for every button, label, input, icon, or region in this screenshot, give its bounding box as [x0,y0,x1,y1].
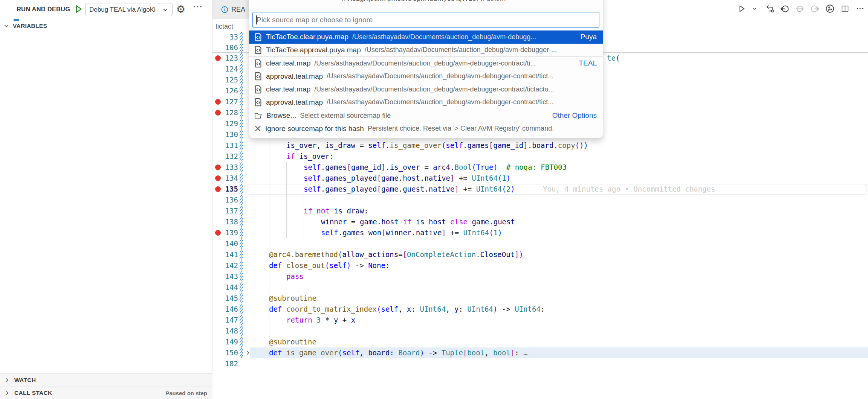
modified-line-gutter-stripe [240,162,243,173]
rerun-icon[interactable] [765,4,775,14]
line-number: 146 [216,304,238,315]
indent-guide [286,216,287,227]
code-line[interactable]: 142def close_out(self) -> None: [212,260,868,271]
quickpick-item[interactable]: approval.teal.map/Users/asthayadav/Docum… [249,96,603,109]
quickpick-item-badge: Puya [581,33,597,41]
file-code-icon [254,46,262,54]
quickpick-item-description: Select external sourcemap file [300,112,391,120]
quickpick-list: TicTacToe.clear.puya.map/Users/asthayada… [249,30,603,135]
code-line[interactable]: 139self.games_won[winner.native] += UInt… [212,227,868,238]
code-line[interactable]: 148 [212,326,868,337]
quickpick-item-label: Browse... [266,111,296,120]
quickpick-item[interactable]: TicTacToe.approval.puya.map/Users/asthay… [249,44,603,57]
call-stack-section-header[interactable]: CALL STACK Paused on step [0,387,212,399]
code-line[interactable]: 134self.games_played[game.host.native] +… [212,173,868,184]
code-text: def coord_to_matrix_index(self, x: UInt6… [269,304,545,315]
code-line[interactable]: 131is_over, is_draw = self.is_game_over(… [212,140,868,151]
quickpick-item[interactable]: clear.teal.map/Users/asthayadav/Document… [249,83,603,96]
modified-line-gutter-stripe [240,64,243,75]
code-line[interactable]: 138winner = game.host if is_host else ga… [212,216,868,227]
code-text: winner = game.host if is_host else game.… [321,216,515,227]
modified-line-gutter-stripe [240,347,243,358]
quickpick-item[interactable]: TicTacToe.clear.puya.map/Users/asthayada… [249,30,603,44]
code-text: is_over, is_draw = self.is_game_over(sel… [286,140,588,151]
indent-guide [269,195,269,206]
quickpick-item[interactable]: approval.teal.map/Users/asthayadav/Docum… [249,70,603,83]
modified-line-gutter-stripe [240,53,243,64]
quickpick-item-label: clear.teal.map [266,59,310,67]
variables-section-header[interactable]: VARIABLES [3,23,47,29]
code-text: self.games_played[game.host.native] += U… [304,173,510,184]
code-text: @subroutine [269,337,316,347]
modified-line-gutter-stripe [240,238,243,249]
editor-tab-label: REA [231,6,245,14]
more-actions-icon[interactable] [855,4,865,14]
chevron-down-icon[interactable] [750,4,760,14]
code-line[interactable]: 135self.games_played[game.guest.native] … [212,184,868,195]
quickpick-item[interactable]: clear.teal.map/Users/asthayadav/Document… [249,57,603,70]
fold-chevron-icon[interactable] [244,348,252,357]
quickpick-item-badge: Other Options [552,111,597,120]
code-text: if is_over: [286,151,334,162]
code-line[interactable]: 136 [212,195,868,206]
indent-guide [269,227,269,238]
git-graph-icon[interactable] [825,4,835,14]
code-line[interactable]: 150def is_game_over(self, board: Board) … [212,347,868,358]
code-line[interactable]: 149@subroutine [212,337,868,347]
code-line[interactable]: 145@subroutine [212,293,868,304]
line-number: 141 [216,249,238,260]
code-text: pass [286,271,304,282]
pause-circle-icon[interactable] [795,4,805,14]
code-line[interactable]: 146def coord_to_matrix_index(self, x: UI… [212,304,868,315]
watch-section-header[interactable]: WATCH [0,373,212,387]
text-caret [256,15,257,24]
modified-line-gutter-stripe [240,129,243,140]
quickpick-item-label: clear.teal.map [266,85,310,93]
line-number: 150 [216,347,238,358]
line-number: 133 [216,162,238,173]
debug-settings-gear-button[interactable]: ⚙ [176,3,185,16]
indent-guide [269,162,269,173]
file-code-icon [254,33,262,41]
modified-line-gutter-stripe [240,85,243,96]
line-number: 142 [216,260,238,271]
line-number: 132 [216,151,238,162]
indent-guide [269,173,269,184]
code-line[interactable]: 137if not is_draw: [212,206,868,216]
quickpick-item-label: approval.teal.map [266,72,323,81]
code-line[interactable]: 143pass [212,271,868,282]
step-forward-circle-icon[interactable] [810,4,820,14]
quickpick-item[interactable]: Ignore sourcemap for this hashPersistent… [249,122,603,136]
quickpick-item[interactable]: Browse...Select external sourcemap fileO… [249,109,603,122]
indent-guide [304,216,304,227]
code-line[interactable]: 147return 3 * y + x [212,315,868,326]
editor-tab[interactable]: REA [212,0,249,19]
code-line[interactable]: 133self.games[game_id].is_over = arc4.Bo… [212,162,868,173]
step-back-circle-icon[interactable] [780,4,790,14]
code-line[interactable]: 141@arc4.baremethod(allow_actions=[OnCom… [212,249,868,260]
debug-header: RUN AND DEBUG Debug TEAL via AlgoKi ⚙ ⋯ [0,0,212,20]
code-line[interactable]: 132if is_over: [212,151,868,162]
split-editor-icon[interactable] [840,4,850,14]
line-number: 135 [216,184,238,195]
code-text: if not is_draw: [304,206,368,216]
sidebar-title: RUN AND DEBUG [17,6,70,13]
start-debugging-button[interactable] [73,4,84,14]
code-text: self.games[game_id].is_over = arc4.Bool(… [304,162,567,173]
debug-config-dropdown[interactable]: Debug TEAL via AlgoKi [85,3,173,16]
debug-more-actions-button[interactable]: ⋯ [193,1,203,12]
code-text: def close_out(self) -> None: [269,260,390,271]
modified-line-gutter-stripe [240,32,243,43]
code-line[interactable]: 140 [212,238,868,249]
modified-line-gutter-stripe [240,249,243,260]
line-number: 125 [216,75,238,85]
modified-line-gutter-stripe [240,304,243,315]
code-line[interactable]: 144 [212,282,868,293]
line-number: 145 [216,293,238,304]
quickpick-input[interactable] [252,12,599,28]
run-icon[interactable] [737,4,747,14]
code-text: def is_game_over(self, board: Board) -> … [269,347,528,358]
code-line[interactable]: 182 [212,358,868,369]
indent-guide [269,271,269,282]
breadcrumb[interactable]: tictact [215,23,233,30]
